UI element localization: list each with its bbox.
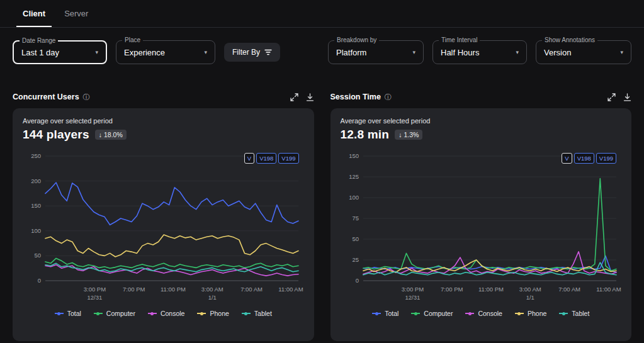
chevron-down-icon: ▾: [620, 49, 623, 55]
legend-item-tablet[interactable]: Tablet: [242, 310, 272, 317]
legend-item-phone[interactable]: Phone: [515, 310, 546, 317]
session-time-chart[interactable]: 02550751001251503:00 PM12/317:00 PM11:00…: [341, 147, 621, 308]
annotation-chip-v198[interactable]: V198: [256, 153, 276, 164]
metric-value-row: 12.8 min ↓ 1.3%: [341, 128, 622, 142]
svg-text:150: 150: [31, 202, 41, 209]
charts-section: Concurrent Users ⓘ Average over selected…: [0, 73, 644, 341]
legend-item-tablet[interactable]: Tablet: [559, 310, 589, 317]
metric-value-row: 144 players ↓ 18.0%: [23, 128, 304, 142]
chevron-down-icon: ▾: [516, 49, 519, 55]
svg-text:3:00 AM: 3:00 AM: [519, 286, 541, 293]
concurrent-users-card: Average over selected period 144 players…: [13, 108, 314, 341]
date-range-select[interactable]: Date Range Last 1 day ▾: [13, 40, 107, 64]
tab-client[interactable]: Client: [23, 0, 45, 27]
svg-text:200: 200: [31, 177, 41, 184]
annotation-chip-v[interactable]: V: [244, 153, 254, 164]
svg-text:3:00 PM: 3:00 PM: [401, 286, 423, 293]
show-annotations-select[interactable]: Show Annotations Version ▾: [536, 40, 631, 64]
concurrent-users-chart[interactable]: 0501001502002503:00 PM12/317:00 PM11:00 …: [23, 147, 303, 308]
legend-label: Computer: [106, 310, 135, 317]
svg-text:125: 125: [349, 173, 359, 180]
svg-text:7:00 AM: 7:00 AM: [558, 286, 580, 293]
svg-text:1/1: 1/1: [526, 294, 534, 301]
svg-text:75: 75: [352, 215, 359, 222]
legend-label: Total: [67, 310, 81, 317]
filter-by-button[interactable]: Filter By: [224, 43, 280, 62]
legend-marker: [197, 313, 206, 314]
legend-label: Console: [161, 310, 185, 317]
legend-marker: [559, 313, 568, 314]
legend-item-computer[interactable]: Computer: [94, 310, 135, 317]
version-annotation-chips: VV198V199: [244, 153, 299, 164]
legend-item-console[interactable]: Console: [148, 310, 185, 317]
svg-text:7:00 PM: 7:00 PM: [441, 286, 463, 293]
svg-text:3:00 AM: 3:00 AM: [201, 286, 223, 293]
chart-title: Concurrent Users: [13, 93, 79, 101]
chevron-down-icon: ▾: [412, 49, 415, 55]
svg-text:12/31: 12/31: [88, 294, 103, 301]
concurrent-users-column: Concurrent Users ⓘ Average over selected…: [13, 89, 314, 341]
place-label: Place: [122, 37, 143, 43]
svg-text:50: 50: [34, 252, 41, 259]
download-icon[interactable]: [623, 93, 631, 101]
session-time-column: Session Time ⓘ Average over selected per…: [330, 89, 632, 341]
delta-badge: ↓ 1.3%: [395, 130, 422, 140]
legend-item-console[interactable]: Console: [465, 310, 502, 317]
average-label: Average over selected period: [341, 117, 622, 125]
average-label: Average over selected period: [23, 117, 304, 125]
session-time-header: Session Time ⓘ: [330, 89, 632, 104]
place-select[interactable]: Place Experience ▾: [116, 40, 215, 64]
svg-text:11:00 AM: 11:00 AM: [278, 286, 303, 293]
legend-marker: [148, 313, 157, 314]
concurrent-users-header: Concurrent Users ⓘ: [13, 89, 314, 104]
delta-value: 1.3%: [404, 131, 419, 138]
metric-value: 12.8 min: [341, 128, 390, 142]
svg-text:7:00 PM: 7:00 PM: [123, 286, 145, 293]
legend-marker: [55, 313, 64, 314]
annotation-chip-v199[interactable]: V199: [596, 153, 616, 164]
svg-text:250: 250: [31, 152, 41, 159]
annotation-chip-v198[interactable]: V198: [574, 153, 594, 164]
tab-server[interactable]: Server: [64, 0, 88, 27]
svg-text:25: 25: [352, 256, 359, 263]
expand-icon[interactable]: [290, 93, 298, 101]
svg-text:11:00 PM: 11:00 PM: [161, 286, 186, 293]
svg-text:100: 100: [31, 227, 41, 234]
svg-text:50: 50: [352, 235, 359, 242]
legend-item-total[interactable]: Total: [372, 310, 398, 317]
download-icon[interactable]: [306, 93, 314, 101]
legend-marker: [515, 313, 524, 314]
legend-label: Total: [385, 310, 398, 317]
filter-bar: Date Range Last 1 day ▾ Place Experience…: [0, 28, 644, 73]
session-time-card: Average over selected period 12.8 min ↓ …: [330, 108, 632, 341]
legend-marker: [94, 313, 103, 314]
legend-label: Phone: [210, 310, 229, 317]
legend-label: Tablet: [254, 310, 272, 317]
svg-text:3:00 PM: 3:00 PM: [84, 286, 106, 293]
info-icon[interactable]: ⓘ: [83, 93, 90, 102]
legend-item-total[interactable]: Total: [55, 310, 81, 317]
legend-item-computer[interactable]: Computer: [411, 310, 453, 317]
svg-text:1/1: 1/1: [208, 294, 217, 301]
legend-marker: [372, 313, 381, 314]
info-icon[interactable]: ⓘ: [385, 93, 392, 102]
delta-badge: ↓ 18.0%: [95, 130, 127, 140]
time-interval-select[interactable]: Time Interval Half Hours ▾: [432, 40, 527, 64]
legend-marker: [411, 313, 420, 314]
legend-marker: [242, 313, 251, 314]
svg-text:150: 150: [349, 152, 359, 159]
place-value: Experience: [124, 48, 165, 57]
annotation-chip-v[interactable]: V: [562, 153, 572, 164]
svg-text:7:00 AM: 7:00 AM: [240, 286, 263, 293]
chevron-down-icon: ▾: [204, 49, 207, 55]
chart-legend: TotalComputerConsolePhoneTablet: [341, 310, 622, 317]
show-annotations-value: Version: [544, 48, 571, 57]
legend-item-phone[interactable]: Phone: [197, 310, 229, 317]
breakdown-by-select[interactable]: Breakdown by Platform ▾: [328, 40, 424, 64]
chart-legend: TotalComputerConsolePhoneTablet: [23, 310, 304, 317]
annotation-chip-v199[interactable]: V199: [278, 153, 298, 164]
metric-value: 144 players: [23, 128, 89, 142]
expand-icon[interactable]: [607, 93, 616, 101]
delta-value: 18.0%: [104, 131, 123, 138]
chart-title: Session Time: [330, 93, 381, 101]
